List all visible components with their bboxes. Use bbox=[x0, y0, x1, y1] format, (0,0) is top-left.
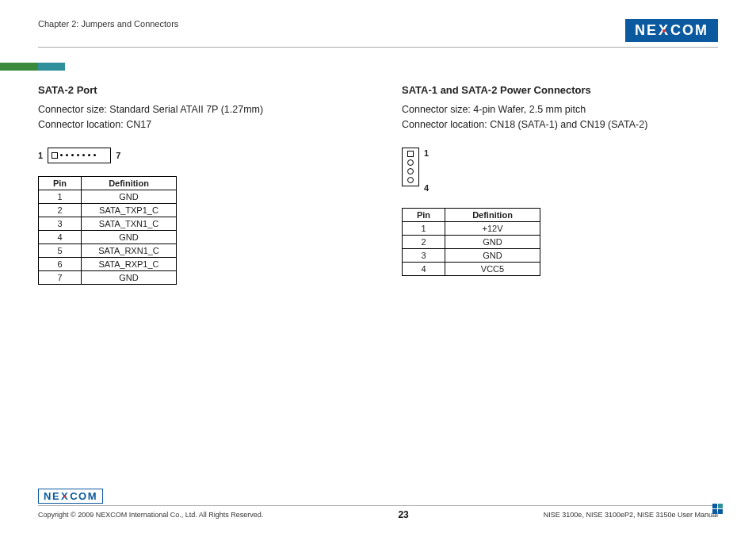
sata2-pin1-label: 1 bbox=[38, 151, 43, 160]
table-row: 7GND bbox=[39, 270, 177, 284]
cell-pin: 7 bbox=[39, 270, 82, 284]
cell-pin: 1 bbox=[403, 221, 445, 235]
sata2-pin-table: Pin Definition 1GND 2SATA_TXP1_C 3SATA_T… bbox=[38, 176, 177, 285]
copyright-text: Copyright © 2009 NEXCOM International Co… bbox=[38, 511, 263, 519]
teal-accent-bar bbox=[38, 63, 65, 71]
table-row: 2GND bbox=[403, 235, 540, 248]
footer-rule bbox=[38, 505, 718, 506]
sata-power-desc: Connector size: 4-pin Wafer, 2.5 mm pitc… bbox=[402, 102, 718, 133]
power-pin-table: Pin Definition 1+12V 2GND 3GND 4VCC5 bbox=[402, 208, 540, 276]
sata2-location: Connector location: CN17 bbox=[38, 117, 354, 132]
power-pin-labels: 1 4 bbox=[424, 148, 429, 194]
th-pin: Pin bbox=[39, 176, 82, 190]
cell-def: GND bbox=[82, 270, 177, 284]
sata2-diagram-row: 1 7 bbox=[38, 148, 354, 163]
table-row: 6SATA_RXP1_C bbox=[39, 257, 177, 270]
sata2-notch-icon bbox=[52, 152, 58, 159]
cell-pin: 3 bbox=[39, 217, 82, 230]
table-row: 2SATA_TXP1_C bbox=[39, 203, 177, 217]
page: Chapter 2: Jumpers and Connectors NEXCOM… bbox=[0, 0, 756, 533]
power-connector-diagram bbox=[402, 148, 419, 186]
sata2-size: Connector size: Standard Serial ATAII 7P… bbox=[38, 102, 354, 117]
cell-def: SATA_TXN1_C bbox=[82, 217, 177, 230]
th-def: Definition bbox=[445, 208, 540, 221]
table-row: 3SATA_TXN1_C bbox=[39, 217, 177, 230]
cell-def: SATA_TXP1_C bbox=[82, 203, 177, 217]
table-header-row: Pin Definition bbox=[39, 176, 177, 190]
right-column: SATA-1 and SATA-2 Power Connectors Conne… bbox=[402, 84, 718, 285]
table-row: 3GND bbox=[403, 248, 540, 262]
cell-def: GND bbox=[445, 235, 540, 248]
sata2-port-heading: SATA-2 Port bbox=[38, 84, 354, 96]
power-pin1-label: 1 bbox=[424, 148, 429, 158]
sata2-desc: Connector size: Standard Serial ATAII 7P… bbox=[38, 102, 354, 133]
power-pin2-icon bbox=[407, 159, 414, 166]
sata2-pin7-label: 7 bbox=[116, 151, 120, 160]
sata-power-heading: SATA-1 and SATA-2 Power Connectors bbox=[402, 84, 718, 96]
manual-title: NISE 3100e, NISE 3100eP2, NISE 3150e Use… bbox=[544, 511, 718, 519]
logo-x-icon: X bbox=[659, 22, 670, 39]
corner-squares-icon bbox=[712, 504, 723, 514]
cell-pin: 6 bbox=[39, 257, 82, 270]
footer-logo-row: NEXCOM bbox=[38, 489, 718, 504]
footer-row: Copyright © 2009 NEXCOM International Co… bbox=[38, 509, 718, 520]
cell-pin: 5 bbox=[39, 243, 82, 257]
table-row: 4VCC5 bbox=[403, 262, 540, 275]
left-column: SATA-2 Port Connector size: Standard Ser… bbox=[38, 84, 354, 285]
power-pin4-icon bbox=[407, 177, 414, 183]
cell-pin: 4 bbox=[403, 262, 445, 275]
table-row: 5SATA_RXN1_C bbox=[39, 243, 177, 257]
table-row: 4GND bbox=[39, 230, 177, 243]
cell-def: GND bbox=[445, 248, 540, 262]
cell-pin: 4 bbox=[39, 230, 82, 243]
cell-def: +12V bbox=[445, 221, 540, 235]
cell-def: GND bbox=[82, 230, 177, 243]
footer-logo-pre: NE bbox=[44, 490, 60, 502]
cell-def: VCC5 bbox=[445, 262, 540, 275]
power-pin1-icon bbox=[407, 151, 414, 157]
sata-power-size: Connector size: 4-pin Wafer, 2.5 mm pitc… bbox=[402, 102, 718, 117]
power-pin3-icon bbox=[407, 168, 414, 174]
footer-logo-post: COM bbox=[70, 490, 97, 502]
table-row: 1+12V bbox=[403, 221, 540, 235]
footer-logo-x-icon: X bbox=[61, 490, 69, 502]
chapter-title: Chapter 2: Jumpers and Connectors bbox=[38, 19, 178, 29]
cell-def: SATA_RXP1_C bbox=[82, 257, 177, 270]
cell-pin: 3 bbox=[403, 248, 445, 262]
table-row: 1GND bbox=[39, 190, 177, 203]
power-diagram-row: 1 4 bbox=[402, 148, 718, 194]
brand-logo: NEXCOM bbox=[625, 19, 718, 42]
cell-pin: 2 bbox=[39, 203, 82, 217]
green-accent-bar bbox=[0, 63, 38, 71]
logo-pre: NE bbox=[635, 22, 658, 39]
th-def: Definition bbox=[82, 176, 177, 190]
content: SATA-2 Port Connector size: Standard Ser… bbox=[38, 84, 718, 285]
cell-def: GND bbox=[82, 190, 177, 203]
logo-post: COM bbox=[670, 22, 708, 39]
table-header-row: Pin Definition bbox=[403, 208, 540, 221]
th-pin: Pin bbox=[403, 208, 445, 221]
cell-pin: 2 bbox=[403, 235, 445, 248]
cell-pin: 1 bbox=[39, 190, 82, 203]
header: Chapter 2: Jumpers and Connectors NEXCOM bbox=[38, 19, 718, 42]
cell-def: SATA_RXN1_C bbox=[82, 243, 177, 257]
footer-brand-logo: NEXCOM bbox=[38, 489, 103, 504]
sata-power-location: Connector location: CN18 (SATA-1) and CN… bbox=[402, 117, 718, 132]
power-pin4-label: 4 bbox=[424, 183, 429, 193]
footer: NEXCOM Copyright © 2009 NEXCOM Internati… bbox=[38, 489, 718, 520]
sata2-connector-diagram bbox=[48, 148, 111, 163]
header-rule bbox=[38, 47, 718, 48]
sata2-pins-icon bbox=[60, 154, 96, 156]
page-number: 23 bbox=[398, 509, 408, 520]
